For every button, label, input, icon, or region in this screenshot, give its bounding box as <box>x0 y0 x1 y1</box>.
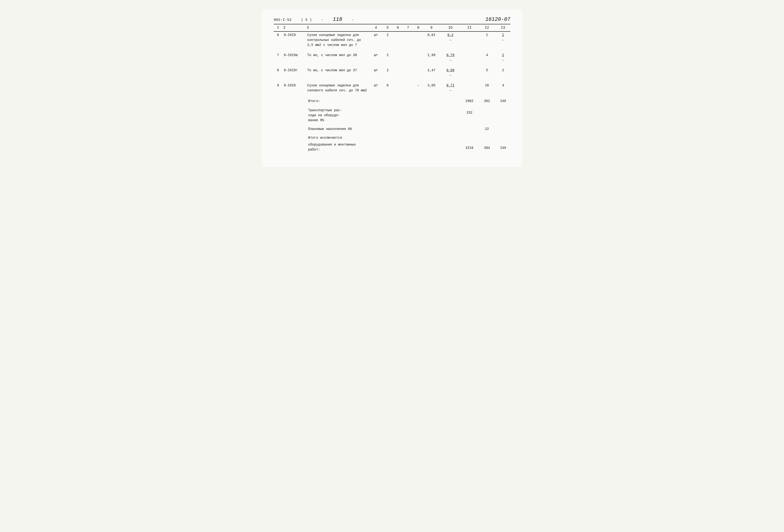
final-col11: 3I34 <box>460 141 478 152</box>
col-header-2: 2 <box>282 24 306 31</box>
header-dash1: - <box>321 18 324 22</box>
row-col12: I8 <box>478 79 496 94</box>
col-header-5: 5 <box>382 24 393 31</box>
col-header-1: I <box>274 24 282 31</box>
final-col12: 384 <box>478 141 496 152</box>
row-col7 <box>402 49 414 64</box>
row-qty: 2 <box>382 49 393 64</box>
row-col6 <box>393 64 402 79</box>
row-col6 <box>393 49 402 64</box>
row-description: То же, с числом жил до 37 <box>306 64 370 79</box>
row-col10: 0,99— <box>440 64 460 79</box>
row-unit: шт <box>370 64 382 79</box>
page-number: 118 <box>333 17 342 23</box>
empty-cell <box>440 104 460 123</box>
empty-cell <box>423 94 440 104</box>
row-code: 8–I6I6 <box>282 79 306 94</box>
row-num: 8 <box>274 64 282 79</box>
row-qty: 2 <box>382 64 393 79</box>
row-col9: 2,47 <box>423 64 440 79</box>
row-unit: шт <box>370 79 382 94</box>
header-code: 16120-07 <box>485 17 510 23</box>
col-header-13: I3 <box>496 24 510 31</box>
row-col8 <box>414 49 423 64</box>
row-col6 <box>393 31 402 49</box>
empty-cell <box>423 123 440 132</box>
row-col13: I— <box>496 31 510 49</box>
empty-cell <box>423 141 440 152</box>
row-description: Сухие концевые заделки для сило­вого каб… <box>306 79 370 94</box>
oborudovaniya-label: оборудования и монтажных работ: <box>306 141 370 152</box>
row-col13: 2— <box>496 49 510 64</box>
row-col11 <box>460 64 478 79</box>
row-qty: 2 <box>382 31 393 49</box>
row-col12: 4 <box>478 49 496 64</box>
empty-cell <box>440 123 460 132</box>
empty-cell <box>274 123 282 132</box>
empty-cell <box>414 94 423 104</box>
col-header-11: II <box>460 24 478 31</box>
summary-itogo-iskl-row: Итого исключается <box>274 132 510 141</box>
row-col11 <box>460 49 478 64</box>
planovye-label: Плановые накопления 6% <box>306 123 370 132</box>
row-col7 <box>402 64 414 79</box>
empty-cell <box>282 132 306 141</box>
row-col10: 0,79— <box>440 49 460 64</box>
col-header-3: 3 <box>306 24 370 31</box>
empty-cell <box>414 123 423 132</box>
row-qty: 6 <box>382 79 393 94</box>
empty-cell <box>274 132 282 141</box>
itogo-col13: I49 <box>496 94 510 104</box>
row-col13: 2 <box>496 64 510 79</box>
row-description: Сухие концевые заделки для конт­рольных … <box>306 31 370 49</box>
col-header-7: 7 <box>402 24 414 31</box>
empty-cell <box>440 94 460 104</box>
empty-cell <box>282 141 306 152</box>
summary-final-row: оборудования и монтажных работ: 3I34 384… <box>274 141 510 152</box>
row-description: То же, с числом жил до 30 <box>306 49 370 64</box>
empty-cell <box>402 141 414 152</box>
row-unit: шт <box>370 49 382 64</box>
empty-cell <box>274 94 282 104</box>
col-header-6: 6 <box>393 24 402 31</box>
row-col9: I,99 <box>423 49 440 64</box>
row-col12: I <box>478 31 496 49</box>
itogo-col12: 362 <box>478 94 496 104</box>
row-col10: 0,2— <box>440 31 460 49</box>
empty-cell <box>282 94 306 104</box>
row-col11 <box>460 31 478 49</box>
empty-cell <box>370 141 382 152</box>
empty-cell <box>402 104 414 123</box>
table-row: 9 8–I6I6 Сухие концевые заделки для сило… <box>274 79 510 94</box>
summary-transport-row: Транспортные рас-ходи на оборудо-вание 8… <box>274 104 510 123</box>
empty-cell <box>382 104 393 123</box>
empty-cell <box>382 123 393 132</box>
empty-cell <box>393 141 402 152</box>
empty-cell <box>402 123 414 132</box>
empty-cell <box>382 94 393 104</box>
empty-cell <box>282 123 306 132</box>
doc-number: 902-I-52 <box>274 18 291 22</box>
itogo-label: Итого: <box>306 94 370 104</box>
empty-cell <box>496 123 510 132</box>
row-col7 <box>402 31 414 49</box>
table-row: 6 8–I6I9 Сухие концевые заделки для конт… <box>274 31 510 49</box>
summary-itogo-row: Итого: 2902 362 I49 <box>274 94 510 104</box>
empty-cell <box>414 104 423 123</box>
planovye-col12: 22 <box>478 123 496 132</box>
col-header-10: IO <box>440 24 460 31</box>
itogo-col11: 2902 <box>460 94 478 104</box>
row-code: 8–I6I9г <box>282 64 306 79</box>
row-col13: 4 <box>496 79 510 94</box>
empty-cell <box>402 94 414 104</box>
table-row: 8 8–I6I9г То же, с числом жил до 37 шт 2… <box>274 64 510 79</box>
empty-cell <box>478 104 496 123</box>
row-col6 <box>393 79 402 94</box>
empty-cell <box>393 123 402 132</box>
row-col7 <box>402 79 414 94</box>
empty-cell <box>274 104 282 123</box>
empty-cell <box>370 132 510 141</box>
col-header-9: 9 <box>423 24 440 31</box>
row-num: 7 <box>274 49 282 64</box>
col-header-4: 4 <box>370 24 382 31</box>
